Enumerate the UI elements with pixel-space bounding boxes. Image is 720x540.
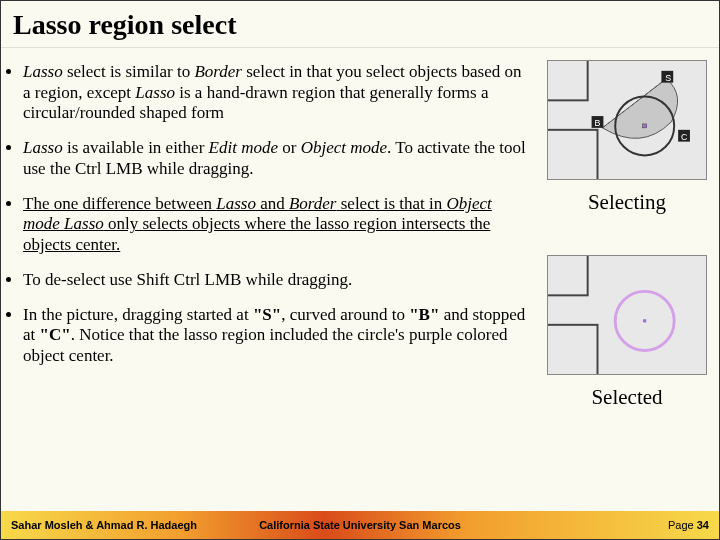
label-b: B [595, 118, 601, 128]
caption-selected: Selected [591, 385, 662, 410]
slide-title: Lasso region select [1, 1, 719, 48]
svg-rect-8 [548, 256, 705, 374]
label-c: C [681, 132, 688, 142]
bullet-1: Lasso select is similar to Border select… [23, 62, 533, 124]
footer-authors: Sahar Mosleh & Ahmad R. Hadaegh [11, 519, 197, 531]
footer: Sahar Mosleh & Ahmad R. Hadaegh Californ… [1, 511, 719, 539]
bullet-4: To de-select use Shift Ctrl LMB while dr… [23, 270, 533, 291]
bullet-2: Lasso is available in either Edit mode o… [23, 138, 533, 179]
figure-column: S B C Selecting Selected [543, 56, 711, 410]
bullet-list: Lasso select is similar to Border select… [9, 56, 535, 410]
slide: Lasso region select Lasso select is simi… [1, 1, 719, 539]
bullet-3: The one difference between Lasso and Bor… [23, 194, 533, 256]
footer-institution: California State University San Marcos [259, 519, 461, 531]
caption-selecting: Selecting [588, 190, 666, 215]
bullet-5: In the picture, dragging started at "S",… [23, 305, 533, 367]
figure-selected [547, 255, 707, 375]
svg-rect-4 [643, 124, 647, 128]
content-area: Lasso select is similar to Border select… [1, 48, 719, 410]
label-s: S [665, 73, 671, 83]
figure-selecting: S B C [547, 60, 707, 180]
svg-rect-12 [643, 319, 647, 323]
footer-page: Page 34 [668, 519, 709, 531]
